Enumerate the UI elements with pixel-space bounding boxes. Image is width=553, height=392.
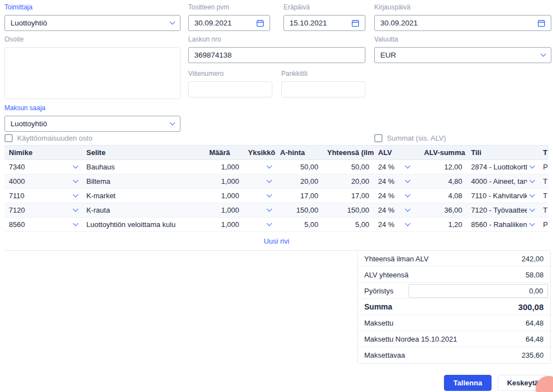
save-button[interactable]: Tallenna [444,375,492,391]
nimike-value: 4000 [9,177,25,185]
tili-value: 7110 - Kahvitarvikkeet [471,192,527,200]
yhteensa-cell: 50,00 [323,160,374,174]
maara-cell[interactable]: 1,000 [205,218,244,232]
alv-summa-cell: 1,20 [420,218,467,232]
chevron-down-icon [73,178,79,183]
payee-select[interactable]: Luottoyhtiö [4,116,180,132]
tili-select[interactable]: 8560 - Rahaliikenteen ku [467,218,539,232]
summary-row: Maksettu Nordea 15.10.2021 64,48 [358,331,550,347]
alv-select[interactable]: 24 % [374,189,420,203]
currency-value: EUR [380,51,396,59]
supplier-select[interactable]: Luottoyhtiö [4,15,180,31]
totals-incl-vat-checkbox-label: Summat (sis. ALV) [387,134,446,142]
selite-cell[interactable]: K-rauta [82,203,205,218]
maara-cell[interactable]: 1,000 [205,174,244,189]
tili-select[interactable]: 4000 - Aineet, tarvikkeet [467,174,539,189]
col-yksikko: Yksikkö [244,146,276,160]
table-row: 4000 Biltema 1,000 20,00 20,00 24 % 4,80… [4,174,549,189]
maara-cell[interactable]: 1,000 [205,160,244,174]
summary-row: Pyöristys 0,00 [358,283,550,299]
selite-cell[interactable]: Luottoyhtiön veloittama kulu [82,218,205,232]
tili-value: 2874 - Luottokorttimaks [471,163,527,171]
payee-label: Maksun saaja [4,104,180,112]
due-date-input[interactable]: 15.10.2021 [283,15,365,31]
t-cell[interactable]: P [539,218,549,232]
entry-date-value: 30.09.2021 [380,19,418,27]
a-hinta-cell[interactable]: 50,00 [276,160,323,174]
yksikko-select[interactable] [244,203,276,218]
receipt-date-label: Tositteen pvm [188,3,270,11]
t-cell[interactable]: T [539,174,549,189]
address-textarea[interactable] [4,47,180,99]
nimike-select[interactable]: 4000 [4,174,82,189]
a-hinta-cell[interactable]: 17,00 [276,189,323,203]
paid-label: Maksettu [364,319,394,327]
alv-select[interactable]: 24 % [374,203,420,218]
nimike-value: 8560 [9,220,25,229]
entry-date-input[interactable]: 30.09.2021 [374,15,551,31]
table-row: 7110 K-market 1,000 17,00 17,00 24 % 4,0… [4,189,549,203]
t-cell[interactable]: T [539,203,549,218]
alv-value: 24 % [378,163,395,171]
tili-value: 8560 - Rahaliikenteen ku [471,220,527,229]
t-cell[interactable]: T [539,189,549,203]
footer-actions: Tallenna Keskeytä [444,375,548,391]
totals-summary: Yhteensä ilman ALV 242,00 ALV yhteensä 5… [357,250,551,364]
nimike-select[interactable]: 7120 [4,203,82,218]
maara-cell[interactable]: 1,000 [205,189,244,203]
alv-select[interactable]: 24 % [374,218,420,232]
chevron-down-icon [405,178,410,183]
tili-select[interactable]: 7120 - Työvaatteet [467,203,539,218]
due-date-value: 15.10.2021 [290,19,327,27]
paid-bank-label: Maksettu Nordea 15.10.2021 [364,335,457,343]
yksikko-select[interactable] [244,218,276,232]
chevron-down-icon [73,207,79,212]
nimike-select[interactable]: 7340 [4,160,82,174]
table-row: 7340 Bauhaus 1,000 50,00 50,00 24 % 12,0… [4,160,549,174]
maara-cell[interactable]: 1,000 [205,203,244,218]
alv-select[interactable]: 24 % [374,174,420,189]
a-hinta-cell[interactable]: 5,00 [276,218,323,232]
yksikko-select[interactable] [244,160,276,174]
t-cell[interactable]: P [539,160,549,174]
total-excl-vat-label: Yhteensä ilman ALV [364,255,428,263]
totals-incl-vat-checkbox[interactable]: Summat (sis. ALV) [374,134,446,142]
selite-cell[interactable]: K-market [82,189,205,203]
rounding-input[interactable]: 0,00 [409,284,548,298]
nimike-value: 7120 [9,206,25,214]
chevron-down-icon [530,192,535,198]
fixed-asset-checkbox[interactable]: Käyttöomaisuuden osto [4,134,92,142]
summary-row: Maksettavaa 235,60 [358,347,550,363]
alv-summa-cell: 4,80 [420,174,467,189]
currency-label: Valuutta [374,35,551,43]
nimike-select[interactable]: 8560 [4,218,82,232]
tili-value: 7120 - Työvaatteet [471,206,527,214]
invoice-number-input[interactable]: 369874138 [188,47,365,63]
entry-date-label: Kirjauspäivä [374,3,551,11]
payable-value: 235,60 [521,351,544,359]
yksikko-select[interactable] [244,174,276,189]
calendar-icon [538,19,545,27]
alv-value: 24 % [378,177,395,185]
col-t: T [539,146,549,160]
alv-summa-cell: 36,00 [420,203,467,218]
reference-number-input[interactable] [188,81,272,97]
nimike-select[interactable]: 7110 [4,189,82,203]
col-nimike: Nimike [4,146,82,160]
tili-select[interactable]: 2874 - Luottokorttimaks [467,160,539,174]
tili-select[interactable]: 7110 - Kahvitarvikkeet [467,189,539,203]
new-row-link[interactable]: Uusi rivi [263,237,289,245]
selite-cell[interactable]: Bauhaus [82,160,205,174]
table-row: 8560 Luottoyhtiön veloittama kulu 1,000 … [4,218,549,232]
a-hinta-cell[interactable]: 20,00 [276,174,323,189]
a-hinta-cell[interactable]: 150,00 [276,203,323,218]
receipt-date-input[interactable]: 30.09.2021 [188,15,270,31]
bank-account-input[interactable] [281,81,365,97]
yksikko-select[interactable] [244,189,276,203]
summary-row: Yhteensä ilman ALV 242,00 [358,251,550,267]
currency-select[interactable]: EUR [374,47,551,63]
alv-select[interactable]: 24 % [374,160,420,174]
selite-cell[interactable]: Biltema [82,174,205,189]
invoice-number-value: 369874138 [194,51,232,59]
invoice-header-section: Toimittaja Luottoyhtiö Tositteen pvm 30.… [0,0,553,145]
